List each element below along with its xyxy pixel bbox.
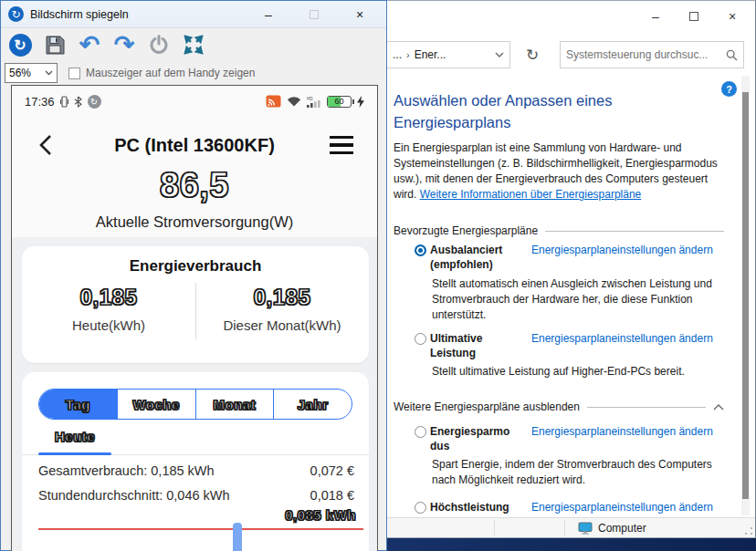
total-consumption-cost: 0,072 €	[310, 463, 354, 478]
group-more-label: Weitere Energiesparpläne ausblenden	[394, 400, 580, 413]
subtab-heute[interactable]: Heute	[55, 429, 95, 444]
save-button[interactable]	[43, 33, 67, 57]
tab-monat[interactable]: Monat	[196, 390, 275, 419]
mirror-controls-row: 56% Mauszeiger auf dem Handy zeigen	[1, 61, 255, 85]
plan-row-ausbalanciert: Ausbalanciert (empfohlen) Energiesparpla…	[415, 244, 713, 272]
period-tabs: Tag Woche Monat Jahr	[38, 389, 352, 420]
search-input[interactable]	[566, 48, 726, 61]
month-value: 0,185	[195, 285, 369, 310]
show-pointer-checkbox[interactable]	[68, 68, 80, 79]
breadcrumb-item[interactable]: Ener...	[415, 48, 446, 61]
current-power-label: Aktuelle Stromversorgung(W)	[12, 213, 377, 231]
redo-icon: ↷	[114, 33, 135, 57]
maximize-icon	[310, 10, 319, 19]
plan-name: Höchstleistung	[430, 501, 516, 515]
scrollbar-thumb[interactable]	[742, 92, 749, 499]
show-pointer-label: Mauszeiger auf dem Handy zeigen	[86, 67, 255, 79]
status-divider	[494, 520, 495, 535]
maximize-button[interactable]	[675, 5, 713, 28]
phone-mirror-screen[interactable]: 17:36 ↻ HD 60 PC (Intel 13600KF) 86,5 Ak…	[11, 85, 378, 551]
plan-description: Spart Energie, indem der Stromverbrauch …	[432, 457, 717, 488]
maximize-icon	[689, 12, 698, 21]
undo-icon: ↶	[79, 33, 100, 57]
plan-name: Ausbalanciert (empfohlen)	[430, 244, 516, 272]
menu-icon[interactable]	[330, 136, 353, 154]
power-button[interactable]	[147, 33, 171, 57]
help-button[interactable]: ?	[721, 81, 737, 97]
app-sync-icon: ↻	[8, 6, 24, 22]
mirror-titlebar[interactable]: ↻ Bildschirm spiegeln – ×	[1, 1, 386, 28]
bluetooth-icon	[74, 96, 82, 108]
fullscreen-button[interactable]	[182, 33, 205, 57]
power-options-window: – × ... › Ener... ↻ ? Auswählen oder Anp…	[383, 0, 756, 538]
chevron-down-icon[interactable]	[495, 52, 504, 57]
address-bar[interactable]: ... › Ener...	[386, 41, 510, 68]
total-consumption-row: Gesamtverbrauch: 0,185 kWh 0,072 €	[38, 463, 354, 478]
refresh-button[interactable]: ↻	[518, 41, 547, 68]
today-column: 0,185 Heute(kWh)	[22, 285, 195, 333]
computer-icon	[578, 522, 593, 535]
month-column: 0,185 Dieser Monat(kWh)	[195, 285, 369, 333]
tab-woche[interactable]: Woche	[118, 390, 196, 419]
svg-text:HD: HD	[307, 96, 313, 100]
close-button[interactable]: ×	[713, 5, 751, 28]
plan-name: Energiesparmodus	[430, 425, 516, 453]
energy-consumption-card: Energieverbrauch 0,185 Heute(kWh) 0,185 …	[22, 246, 369, 363]
minimize-button[interactable]: –	[636, 5, 675, 28]
plan-description: Stellt automatisch einen Ausgleich zwisc…	[432, 276, 717, 323]
radio-ausbalanciert[interactable]	[415, 244, 426, 256]
mirror-toolbar: ↻ ↶ ↷	[1, 28, 205, 61]
maximize-button[interactable]	[299, 7, 330, 22]
month-label: Dieser Monat(kWh)	[195, 317, 369, 333]
search-icon	[726, 49, 738, 61]
group-more-plans[interactable]: Weitere Energiesparpläne ausblenden	[394, 400, 724, 413]
radio-hoechstleistung[interactable]	[415, 502, 426, 514]
status-computer-label: Computer	[598, 522, 646, 535]
status-divider	[564, 520, 565, 535]
zoom-select[interactable]: 56%	[5, 63, 58, 83]
undo-button[interactable]: ↶	[78, 33, 101, 57]
sync-button[interactable]: ↻	[8, 33, 32, 57]
close-button[interactable]: ×	[344, 7, 375, 22]
energy-card-title: Energieverbrauch	[22, 257, 369, 276]
tab-tag[interactable]: Tag	[39, 390, 118, 419]
status-computer: Computer	[578, 518, 646, 538]
today-label: Heute(kWh)	[22, 317, 195, 333]
threshold-line	[38, 528, 363, 530]
panel-content: ? Auswählen oder Anpassen eines Energies…	[384, 74, 755, 517]
back-icon[interactable]	[39, 134, 52, 156]
panel-toolbar: ... › Ener... ↻	[384, 32, 755, 74]
more-info-link[interactable]: Weitere Informationen über Energiesparpl…	[420, 188, 642, 201]
chevron-down-icon	[45, 70, 53, 76]
search-box[interactable]	[560, 41, 744, 68]
subtab-underline	[38, 452, 111, 455]
threshold-label: 0,085 kWh	[285, 507, 356, 523]
cast-icon	[266, 95, 281, 108]
change-plan-settings-link[interactable]: Energiesparplaneinstellungen ändern	[531, 244, 713, 256]
intro-text: Ein Energiesparplan ist eine Sammlung vo…	[394, 140, 719, 203]
minimize-button[interactable]: –	[253, 7, 284, 22]
tab-jahr[interactable]: Jahr	[274, 390, 352, 419]
breadcrumb-ellipsis[interactable]: ...	[393, 48, 402, 61]
group-preferred-plans: Bevorzugte Energiesparpläne	[394, 224, 724, 237]
scrollbar-track[interactable]	[741, 76, 750, 515]
save-icon	[44, 34, 66, 56]
vibrate-icon	[60, 96, 68, 108]
sync-active-icon: ↻	[88, 95, 101, 109]
panel-titlebar[interactable]: – ×	[384, 1, 755, 32]
plan-row-energiesparmodus: Energiesparmodus Energiesparplaneinstell…	[415, 425, 713, 453]
group-divider	[545, 231, 724, 232]
radio-energiesparmodus[interactable]	[415, 426, 426, 438]
change-plan-settings-link[interactable]: Energiesparplaneinstellungen ändern	[531, 332, 713, 345]
change-plan-settings-link[interactable]: Energiesparplaneinstellungen ändern	[531, 425, 713, 438]
today-value: 0,185	[22, 285, 195, 310]
hourly-average-label: Stundendurchschnitt: 0,046 kWh	[38, 488, 230, 503]
radio-ultimative[interactable]	[415, 333, 426, 345]
hourly-average-cost: 0,018 €	[310, 488, 354, 503]
redo-button[interactable]: ↷	[112, 33, 136, 57]
resize-grip[interactable]	[744, 526, 753, 535]
clock: 17:36	[25, 95, 55, 109]
chevron-up-icon[interactable]	[713, 404, 724, 411]
change-plan-settings-link[interactable]: Energiesparplaneinstellungen ändern	[531, 501, 713, 514]
sync-icon: ↻	[9, 34, 32, 57]
